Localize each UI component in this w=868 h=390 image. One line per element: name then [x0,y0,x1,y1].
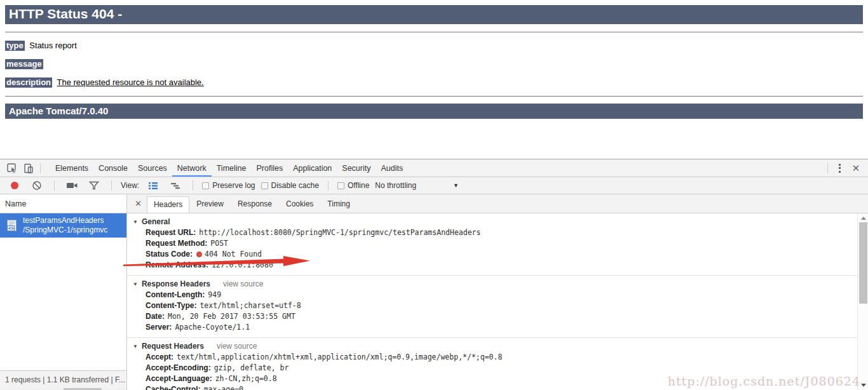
offline-option: Offline [337,181,369,190]
clear-icon [32,180,42,191]
section-header[interactable]: ▼General [127,216,868,227]
header-value: Apache-Coyote/1.1 [175,323,250,332]
close-detail-button[interactable]: ✕ [130,199,147,208]
detail-tab-label: Response [238,199,272,208]
preserve-log-checkbox[interactable] [202,182,209,189]
header-value: text/html;charset=utf-8 [200,301,301,310]
section-rows: Request URL:http://localhost:8080/Spring… [127,227,868,271]
header-value: 127.0.0.1:8080 [212,260,273,269]
record-button[interactable] [6,178,23,193]
camera-icon [66,181,78,190]
network-detail-tab[interactable]: Timing [320,196,357,213]
view-source-link[interactable]: view source [223,279,263,288]
status-dot-icon [196,252,202,257]
network-status-bar: 1 requests | 1.1 KB transferred | F... [0,370,126,388]
inspect-element-button[interactable] [4,161,20,176]
preserve-log-label: Preserve log [212,181,255,190]
detail-tabbar: ✕ Headers Preview [127,194,868,213]
server-version-bar: Apache Tomcat/7.0.40 [5,104,863,119]
header-key: Status Code: [146,250,193,259]
request-list-panel: Name <> testParamsAndHeaders /SpringMVC-… [0,194,127,390]
header-row: Accept-Encoding:gzip, deflate, br [127,363,868,373]
devtools-tabs: Elements Console Sources Network [50,159,408,177]
general-section: ▼General Request URL:http://localhost:80… [127,213,868,275]
more-options-button[interactable] [831,161,848,176]
section-title: General [142,217,170,226]
devtools-tab[interactable]: Timeline [212,159,252,177]
network-detail-tab[interactable]: Response [231,196,279,213]
header-value: 949 [208,290,221,299]
devtools-tab[interactable]: Console [93,159,133,177]
vertical-scrollbar[interactable] [857,213,868,390]
separator [827,163,828,173]
separator [193,180,193,191]
header-value: POST [210,239,228,248]
section-title: Request Headers [142,342,204,351]
message-row: message [5,59,863,69]
description-row: description The requested resource is no… [5,77,863,88]
type-value: Status report [29,41,76,50]
offline-label: Offline [348,181,369,190]
header-key: Date: [146,312,165,321]
devtools-tab[interactable]: Network [172,159,212,177]
network-detail-tab[interactable]: Cookies [279,196,320,213]
waterfall-view-button[interactable] [167,178,184,193]
filter-button[interactable] [86,178,102,193]
disable-cache-checkbox[interactable] [261,182,268,189]
header-value: gzip, deflate, br [214,363,289,372]
network-detail-tab[interactable]: Preview [189,196,231,213]
detail-tabs: Headers Preview Response [147,194,357,213]
separator [328,180,329,191]
request-name-line: testParamsAndHeaders [23,216,107,225]
scroll-up-button[interactable] [858,213,868,223]
device-toolbar-button[interactable] [20,161,37,176]
browser-viewport: HTTP Status 404 - type Status report mes… [0,0,868,390]
devtools-tab-label: Security [342,164,370,173]
devtools-tab[interactable]: Sources [133,159,172,177]
triangle-down-icon [861,384,866,387]
throttling-select[interactable]: No throttling ▼ [375,181,459,190]
kebab-icon [839,164,841,173]
header-value: Mon, 20 Feb 2017 03:53:55 GMT [168,312,295,321]
preserve-log-option: Preserve log [202,181,255,190]
header-key: Content-Length: [146,290,205,299]
devtools-tab[interactable]: Audits [376,159,408,177]
name-column-header[interactable]: Name [0,194,126,213]
list-view-button[interactable] [145,178,161,193]
devtools-tab[interactable]: Elements [50,159,93,177]
request-row-selected[interactable]: <> testParamsAndHeaders /SpringMVC-1/spr… [0,213,126,238]
section-header[interactable]: ▼Response Headersview source [127,278,868,290]
headers-content: ▼General Request URL:http://localhost:80… [127,213,868,390]
devtools-tab-label: Application [293,164,332,173]
request-detail-panel: ✕ Headers Preview [127,194,868,390]
header-value: zh-CN,zh;q=0.8 [215,374,277,383]
close-devtools-button[interactable]: ✕ [848,161,864,176]
header-row: Server:Apache-Coyote/1.1 [127,322,868,333]
detail-tab-label: Cookies [286,199,313,208]
divider [5,32,863,32]
offline-checkbox[interactable] [337,182,344,189]
clear-button[interactable] [29,178,45,193]
header-value: text/html,application/xhtml+xml,applicat… [177,353,502,361]
header-key: Accept-Encoding: [146,363,211,372]
capture-screenshots-button[interactable] [64,178,80,193]
watermark: http://blog.csdn.net/J080624 [668,374,860,388]
header-row: Request URL:http://localhost:8080/Spring… [127,227,868,238]
funnel-icon [89,181,99,190]
scrollbar-thumb[interactable] [859,222,867,304]
device-toolbar-icon [23,163,34,174]
devtools-tab-label: Console [98,164,128,173]
view-source-link[interactable]: view source [217,342,257,351]
section-header[interactable]: ▼Request Headersview source [127,340,868,352]
devtools-tab[interactable]: Profiles [251,159,288,177]
section-title: Response Headers [142,279,210,288]
devtools-tab[interactable]: Application [288,159,337,177]
devtools-tab-label: Timeline [217,164,247,173]
network-detail-tab[interactable]: Headers [147,196,189,213]
header-row: Remote Address:127.0.0.1:8080 [127,260,868,271]
section-rows: Content-Length:949 Content-Type:text/htm… [127,290,868,333]
chevron-down-icon: ▼ [453,182,459,189]
devtools-tab[interactable]: Security [337,159,376,177]
header-key: Server: [146,323,172,332]
header-value: http://localhost:8080/SpringMVC-1/spring… [199,228,480,237]
